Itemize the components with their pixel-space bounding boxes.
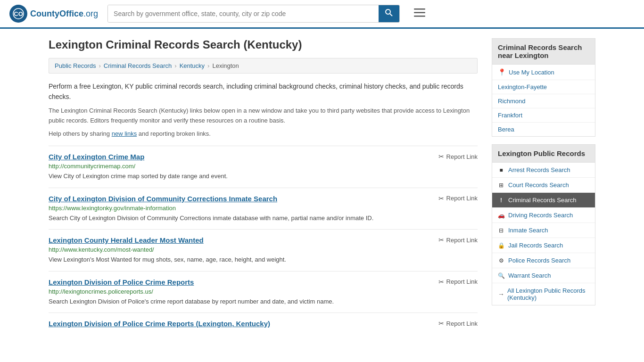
logo[interactable]: CO CountyOffice.org [9, 5, 98, 23]
main-layout: Lexington Criminal Records Search (Kentu… [39, 29, 605, 346]
result-desc: Search City of Lexington Division of Com… [49, 214, 478, 223]
sidebar: Criminal Records Search near Lexington 📍… [492, 38, 595, 336]
result-title-row: Lexington County Herald Leader Most Want… [49, 236, 478, 244]
result-url[interactable]: http://www.kentucky.com/most-wanted/ [49, 246, 478, 253]
result-item: City of Lexington Division of Community … [49, 188, 478, 230]
results-list: City of Lexington Crime Map ✂ Report Lin… [49, 146, 478, 336]
result-item: Lexington Division of Police Crime Repor… [49, 271, 478, 313]
svg-rect-4 [414, 8, 425, 10]
nearby-location-item[interactable]: Lexington-Fayette [492, 80, 595, 94]
svg-text:CO: CO [14, 10, 23, 17]
sidebar-item-police-records[interactable]: ⚙ Police Records Search [492, 253, 595, 268]
result-title-row: City of Lexington Division of Community … [49, 195, 478, 203]
result-item: Lexington County Herald Leader Most Want… [49, 229, 478, 271]
all-records-item[interactable]: → All Lexington Public Records (Kentucky… [492, 283, 595, 305]
scissors-icon: ✂ [438, 195, 444, 202]
sidebar-item-warrant-search[interactable]: 🔍 Warrant Search [492, 268, 595, 283]
nearby-section-title: Criminal Records Search near Lexington [492, 39, 595, 65]
result-desc: Search Lexington Division of Police's cr… [49, 297, 478, 306]
result-title[interactable]: Lexington Division of Police Crime Repor… [49, 320, 270, 328]
svg-line-3 [390, 14, 392, 16]
nearby-location-link[interactable]: Berea [498, 126, 514, 133]
description-para1: Perform a free Lexington, KY public crim… [49, 81, 478, 102]
arrest-records-icon: ■ [498, 167, 504, 173]
scissors-icon: ✂ [438, 153, 444, 160]
new-links-link[interactable]: new links [112, 130, 137, 137]
breadcrumb-sep-3: › [207, 62, 209, 69]
header: CO CountyOffice.org [0, 0, 644, 29]
description-para2: The Lexington Criminal Records Search (K… [49, 106, 478, 126]
breadcrumb-current: Lexington [212, 62, 239, 69]
criminal-records-icon: ! [498, 197, 504, 204]
report-link[interactable]: ✂ Report Link [438, 153, 478, 160]
nearby-location-link[interactable]: Frankfort [498, 112, 522, 119]
sidebar-item-inmate-search[interactable]: ⊟ Inmate Search [492, 223, 595, 238]
result-title[interactable]: Lexington Division of Police Crime Repor… [49, 278, 194, 286]
result-url[interactable]: https://www.lexingtonky.gov/inmate-infor… [49, 205, 478, 212]
result-desc: View City of Lexington crime map sorted … [49, 172, 478, 181]
nearby-location-item[interactable]: Berea [492, 123, 595, 136]
breadcrumb-public-records[interactable]: Public Records [55, 62, 96, 69]
location-pin-icon: 📍 [498, 68, 506, 76]
report-link[interactable]: ✂ Report Link [438, 236, 478, 244]
scissors-icon: ✂ [438, 320, 444, 327]
logo-text: CountyOffice.org [30, 9, 98, 19]
logo-icon: CO [9, 5, 27, 23]
description-para3: Help others by sharing new links and rep… [49, 129, 478, 139]
result-title-row: Lexington Division of Police Crime Repor… [49, 278, 478, 286]
result-title[interactable]: Lexington County Herald Leader Most Want… [49, 236, 204, 244]
nearby-location-item[interactable]: Richmond [492, 94, 595, 108]
all-records-link[interactable]: All Lexington Public Records (Kentucky) [507, 287, 589, 301]
breadcrumb: Public Records › Criminal Records Search… [49, 58, 478, 74]
court-records-icon: ⊞ [498, 182, 504, 189]
public-records-section: Lexington Public Records ■ Arrest Record… [492, 144, 595, 305]
svg-rect-6 [414, 16, 425, 17]
sidebar-item-jail-records[interactable]: 🔒 Jail Records Search [492, 238, 595, 253]
jail-records-icon: 🔒 [498, 242, 504, 249]
inmate-search-icon: ⊟ [498, 227, 504, 234]
nearby-location-link[interactable]: Lexington-Fayette [498, 83, 547, 90]
nearby-location-item[interactable]: Frankfort [492, 108, 595, 123]
result-title[interactable]: City of Lexington Division of Community … [49, 195, 277, 203]
result-url[interactable]: http://communitycrimemap.com/ [49, 163, 478, 170]
result-desc: View Lexington's Most Wanted for mug sho… [49, 255, 478, 264]
svg-rect-5 [414, 12, 425, 14]
sidebar-item-criminal-records[interactable]: ! Criminal Records Search [492, 193, 595, 208]
breadcrumb-criminal-records[interactable]: Criminal Records Search [104, 62, 172, 69]
report-link[interactable]: ✂ Report Link [438, 320, 478, 327]
nearby-location-link[interactable]: Richmond [498, 98, 526, 105]
report-link[interactable]: ✂ Report Link [438, 278, 478, 286]
breadcrumb-sep-1: › [99, 62, 100, 69]
page-title: Lexington Criminal Records Search (Kentu… [49, 38, 478, 51]
result-item: City of Lexington Crime Map ✂ Report Lin… [49, 146, 478, 188]
breadcrumb-sep-2: › [174, 62, 176, 69]
warrant-search-icon: 🔍 [498, 272, 504, 279]
report-link[interactable]: ✂ Report Link [438, 195, 478, 202]
scissors-icon: ✂ [438, 278, 444, 286]
result-title-row: City of Lexington Crime Map ✂ Report Lin… [49, 153, 478, 161]
result-title-row: Lexington Division of Police Crime Repor… [49, 320, 478, 328]
scissors-icon: ✂ [438, 236, 444, 244]
use-location-item[interactable]: 📍 Use My Location [492, 65, 595, 80]
svg-point-2 [386, 9, 390, 14]
result-item: Lexington Division of Police Crime Repor… [49, 313, 478, 336]
nearby-section: Criminal Records Search near Lexington 📍… [492, 38, 595, 137]
driving-records-icon: 🚗 [498, 212, 504, 219]
sidebar-item-arrest-records[interactable]: ■ Arrest Records Search [492, 163, 595, 178]
breadcrumb-kentucky[interactable]: Kentucky [180, 62, 205, 69]
content-area: Lexington Criminal Records Search (Kentu… [49, 38, 478, 336]
police-records-icon: ⚙ [498, 257, 504, 264]
hamburger-menu-icon[interactable] [414, 8, 425, 20]
search-input[interactable] [108, 5, 379, 22]
sidebar-item-driving-records[interactable]: 🚗 Driving Records Search [492, 208, 595, 223]
description-block: Perform a free Lexington, KY public crim… [49, 81, 478, 139]
arrow-right-icon: → [498, 290, 504, 298]
result-url[interactable]: http://lexingtoncrimes.policereports.us/ [49, 288, 478, 295]
search-button[interactable] [379, 5, 399, 22]
result-title[interactable]: City of Lexington Crime Map [49, 153, 144, 161]
public-records-title: Lexington Public Records [492, 145, 595, 163]
search-bar [107, 5, 400, 23]
use-location-link[interactable]: Use My Location [509, 69, 554, 76]
sidebar-item-court-records[interactable]: ⊞ Court Records Search [492, 178, 595, 193]
